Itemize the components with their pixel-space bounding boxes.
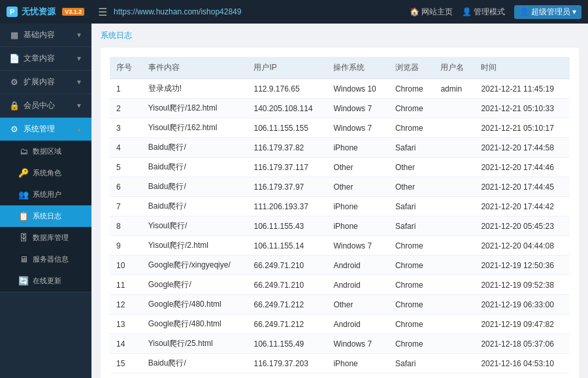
- cell-event: Yisoul爬行/162.html: [142, 118, 248, 138]
- cell-browser: Chrome: [389, 334, 434, 354]
- cell-event: Baidu爬行/: [142, 177, 248, 197]
- menu-toggle-button[interactable]: ☰: [98, 6, 107, 18]
- cell-time: 2021-12-20 17:44:45: [474, 177, 570, 197]
- cell-os: Other: [327, 295, 389, 315]
- cell-id: 15: [110, 354, 142, 373]
- nav-manage-link[interactable]: 👤 管理模式: [462, 7, 505, 18]
- topbar-right: 🏠 网站主页 👤 管理模式 👤 超级管理员 ▾: [410, 5, 581, 19]
- cell-browser: Other: [389, 158, 434, 177]
- cell-ip: 116.179.37.117: [247, 158, 327, 177]
- table-row: 5Baidu爬行/116.179.37.117OtherOther2021-12…: [110, 158, 570, 177]
- cell-ip: 66.249.71.210: [247, 256, 327, 275]
- cell-os: Windows 7: [327, 236, 389, 256]
- table-row: 3Yisoul爬行/162.html106.11.155.155Windows …: [110, 118, 570, 138]
- cell-user: [434, 118, 474, 138]
- sidebar-item-system-manage[interactable]: ⚙ 系统管理 ▲: [0, 118, 91, 141]
- cell-id: 3: [110, 118, 142, 138]
- admin-icon: 👤: [519, 7, 529, 16]
- sidebar-item-db-manage[interactable]: 🗄 数据库管理: [0, 227, 91, 249]
- cell-browser: Safari: [389, 216, 434, 236]
- version-badge: V3.1.2: [62, 8, 84, 16]
- table-row: 15Baidu爬行/116.179.37.203iPhoneSafari2021…: [110, 354, 570, 373]
- cell-browser: Other: [389, 177, 434, 197]
- sidebar-item-server-info[interactable]: 🖥 服务器信息: [0, 249, 91, 270]
- cell-browser: Chrome: [389, 256, 434, 275]
- cell-id: 8: [110, 216, 142, 236]
- cell-ip: 106.11.155.43: [247, 216, 327, 236]
- cell-user: [434, 138, 474, 158]
- cell-ip: 112.9.176.65: [247, 79, 327, 99]
- cell-user: [434, 275, 474, 295]
- cell-os: Windows 7: [327, 99, 389, 118]
- cell-event: Baidu爬行/: [142, 138, 248, 158]
- extend-icon: ⚙: [9, 77, 20, 87]
- cell-browser: Safari: [389, 138, 434, 158]
- sidebar-section-article: 📄 文章内容 ▼: [0, 47, 91, 71]
- sidebar-item-member-center[interactable]: 🔒 会员中心 ▼: [0, 94, 91, 117]
- cell-ip: 140.205.108.114: [247, 99, 327, 118]
- cell-browser: Chrome: [389, 118, 434, 138]
- cell-ip: 111.206.193.37: [247, 197, 327, 216]
- sidebar-item-data-zone[interactable]: 🗂 数据区域: [0, 141, 91, 162]
- nav-home-link[interactable]: 🏠 网站主页: [410, 7, 453, 18]
- cell-os: Windows 7: [327, 118, 389, 138]
- cell-event: Yisoul爬行/25.html: [142, 334, 248, 354]
- sidebar-item-system-user[interactable]: 👥 系统用户: [0, 184, 91, 205]
- lock-icon: 🔒: [9, 101, 20, 111]
- layout: ▦ 基础内容 ▼ 📄 文章内容 ▼ ⚙ 扩展内容 ▼ 🔒 会员中心 ▼: [0, 24, 588, 378]
- cell-time: 2021-12-20 04:44:08: [474, 236, 570, 256]
- admin-menu[interactable]: 👤 超级管理员 ▾: [514, 5, 581, 19]
- cell-id: 9: [110, 236, 142, 256]
- cell-browser: Chrome: [389, 295, 434, 315]
- logo-icon: P: [7, 7, 18, 17]
- cell-time: 2021-12-16 04:53:10: [474, 354, 570, 373]
- cell-os: Android: [327, 256, 389, 275]
- cell-browser: Chrome: [389, 275, 434, 295]
- cell-browser: Safari: [389, 354, 434, 373]
- cell-event: Yisoul爬行/182.html: [142, 99, 248, 118]
- cell-event: Google爬行/xingyeqiye/: [142, 256, 248, 275]
- sidebar-item-extend-content[interactable]: ⚙ 扩展内容 ▼: [0, 71, 91, 94]
- cell-browser: Safari: [389, 197, 434, 216]
- cell-user: [434, 158, 474, 177]
- cell-event: Google爬行/480.html: [142, 295, 248, 315]
- arrow-icon: ▼: [76, 102, 82, 109]
- cell-id: 7: [110, 197, 142, 216]
- cell-user: [434, 354, 474, 373]
- cell-browser: Chrome: [389, 79, 434, 99]
- cell-event: Baidu爬行/: [142, 158, 248, 177]
- cell-id: 12: [110, 295, 142, 315]
- cell-os: Android: [327, 275, 389, 295]
- db-icon: 🗄: [18, 233, 29, 243]
- table-row: 12Google爬行/480.html66.249.71.212OtherChr…: [110, 295, 570, 315]
- manage-icon: 👤: [462, 7, 472, 16]
- sidebar-item-online-update[interactable]: 🔄 在线更新: [0, 270, 91, 292]
- cell-id: 1: [110, 79, 142, 99]
- table-body: 1登录成功!112.9.176.65Windows 10Chromeadmin2…: [110, 79, 570, 373]
- cell-time: 2021-12-19 09:52:38: [474, 275, 570, 295]
- arrow-icon: ▼: [76, 31, 82, 39]
- cell-event: Yisoul爬行/: [142, 216, 248, 236]
- sidebar-section-system: ⚙ 系统管理 ▲ 🗂 数据区域 🔑 系统角色 👥 系统用户 📋: [0, 118, 91, 292]
- sidebar-item-basic-content[interactable]: ▦ 基础内容 ▼: [0, 24, 91, 46]
- cell-ip: 66.249.71.212: [247, 295, 327, 315]
- cell-id: 13: [110, 315, 142, 334]
- sidebar-item-system-role[interactable]: 🔑 系统角色: [0, 162, 91, 184]
- doc-icon: 📄: [9, 54, 20, 63]
- cell-time: 2021-12-18 05:37:06: [474, 334, 570, 354]
- sidebar-item-article-content[interactable]: 📄 文章内容 ▼: [0, 47, 91, 70]
- cell-ip: 116.179.37.82: [247, 138, 327, 158]
- cell-os: iPhone: [327, 216, 389, 236]
- sidebar-item-system-log[interactable]: 📋 系统日志: [0, 205, 91, 227]
- cell-user: [434, 197, 474, 216]
- cell-time: 2021-12-19 06:33:00: [474, 295, 570, 315]
- table-row: 9Yisoul爬行/2.html106.11.155.14Windows 7Ch…: [110, 236, 570, 256]
- cell-user: [434, 315, 474, 334]
- cell-user: [434, 216, 474, 236]
- col-ip: 用户IP: [247, 57, 327, 79]
- cell-time: 2021-12-21 05:10:17: [474, 118, 570, 138]
- cell-user: [434, 236, 474, 256]
- cell-event: 登录成功!: [142, 79, 248, 99]
- cell-user: [434, 99, 474, 118]
- col-time: 时间: [474, 57, 570, 79]
